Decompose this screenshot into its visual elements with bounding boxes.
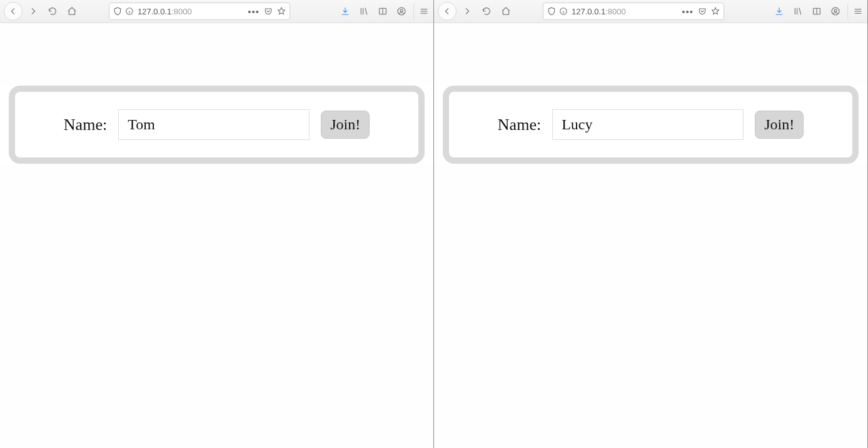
- ellipsis-icon[interactable]: •••: [682, 6, 694, 17]
- name-input[interactable]: [118, 109, 310, 140]
- join-card: Name: Join!: [443, 86, 859, 164]
- home-icon: [67, 6, 77, 16]
- download-icon: [774, 6, 784, 16]
- url-port: :8000: [171, 7, 192, 16]
- join-button[interactable]: Join!: [321, 111, 370, 139]
- page-content: Name: Join!: [434, 86, 867, 164]
- name-label: Name:: [64, 116, 107, 134]
- menu-button[interactable]: [413, 2, 430, 20]
- home-button[interactable]: [497, 2, 515, 20]
- reload-icon: [482, 6, 492, 16]
- name-input[interactable]: [552, 109, 744, 140]
- join-button[interactable]: Join!: [755, 111, 804, 139]
- reload-icon: [48, 6, 58, 16]
- name-label: Name:: [498, 116, 541, 134]
- reload-button[interactable]: [478, 2, 495, 20]
- reload-button[interactable]: [44, 2, 61, 20]
- ellipsis-icon[interactable]: •••: [248, 6, 260, 17]
- home-icon: [501, 6, 511, 16]
- home-button[interactable]: [63, 2, 81, 20]
- arrow-left-icon: [442, 6, 452, 16]
- download-icon: [340, 6, 350, 16]
- library-button[interactable]: [790, 2, 806, 20]
- browser-toolbar: 127.0.0.1:8000 •••: [0, 0, 433, 23]
- forward-button[interactable]: [458, 2, 476, 20]
- url-right-icons: •••: [248, 6, 286, 17]
- star-icon[interactable]: [711, 7, 720, 16]
- shield-icon: [547, 7, 556, 16]
- url-bar[interactable]: 127.0.0.1:8000 •••: [543, 2, 724, 20]
- hamburger-icon: [853, 6, 863, 16]
- url-text: 127.0.0.1:8000: [572, 7, 678, 16]
- toolbar-right: [337, 2, 430, 20]
- info-icon: [125, 7, 134, 16]
- pocket-icon[interactable]: [698, 7, 707, 16]
- star-icon[interactable]: [277, 7, 286, 16]
- join-card: Name: Join!: [9, 86, 425, 164]
- hamburger-icon: [419, 6, 429, 16]
- page-content: Name: Join!: [0, 86, 433, 164]
- back-button[interactable]: [438, 2, 457, 21]
- url-bar[interactable]: 127.0.0.1:8000 •••: [109, 2, 290, 20]
- info-icon: [559, 7, 568, 16]
- library-icon: [793, 6, 803, 16]
- account-button[interactable]: [393, 2, 410, 20]
- browser-window-left: 127.0.0.1:8000 •••: [0, 0, 434, 448]
- forward-button[interactable]: [24, 2, 42, 20]
- account-icon: [396, 6, 406, 16]
- account-button[interactable]: [827, 2, 844, 20]
- sidebar-icon: [812, 6, 822, 16]
- toolbar-right: [771, 2, 864, 20]
- url-host: 127.0.0.1: [572, 7, 605, 16]
- shield-icon: [113, 7, 122, 16]
- browser-toolbar: 127.0.0.1:8000 •••: [434, 0, 867, 23]
- sidebar-button[interactable]: [375, 2, 391, 20]
- url-right-icons: •••: [682, 6, 720, 17]
- arrow-left-icon: [8, 6, 18, 16]
- menu-button[interactable]: [847, 2, 864, 20]
- browser-window-right: 127.0.0.1:8000 •••: [434, 0, 868, 448]
- url-text: 127.0.0.1:8000: [138, 7, 244, 16]
- arrow-right-icon: [462, 6, 472, 16]
- library-icon: [359, 6, 369, 16]
- svg-point-7: [834, 9, 837, 12]
- url-left-icons: [547, 7, 568, 16]
- account-icon: [830, 6, 840, 16]
- sidebar-button[interactable]: [809, 2, 825, 20]
- url-port: :8000: [605, 7, 626, 16]
- back-button[interactable]: [4, 2, 23, 21]
- pocket-icon[interactable]: [264, 7, 273, 16]
- library-button[interactable]: [356, 2, 372, 20]
- arrow-right-icon: [28, 6, 38, 16]
- svg-point-3: [400, 9, 403, 12]
- url-host: 127.0.0.1: [138, 7, 171, 16]
- downloads-button[interactable]: [771, 2, 787, 20]
- url-left-icons: [113, 7, 134, 16]
- sidebar-icon: [378, 6, 388, 16]
- downloads-button[interactable]: [337, 2, 353, 20]
